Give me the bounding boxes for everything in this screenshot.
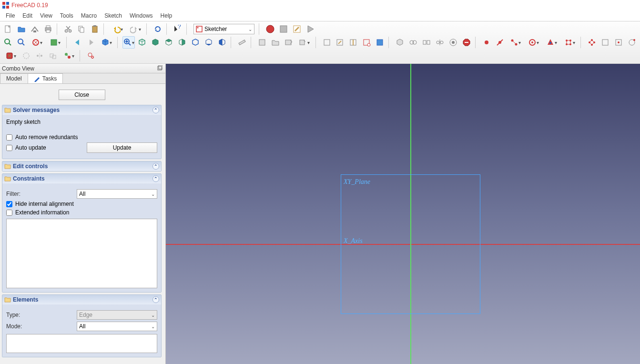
refresh-button[interactable] xyxy=(152,23,164,35)
sketch-merge-button[interactable] xyxy=(420,36,433,49)
auto-update-checkbox[interactable] xyxy=(6,145,12,151)
hide-internal-checkbox[interactable] xyxy=(6,201,12,207)
sketch-edit-button[interactable] xyxy=(334,36,346,49)
menu-windows[interactable]: Windows xyxy=(126,11,157,20)
macro-edit-button[interactable] xyxy=(291,23,303,35)
sketcher-icon xyxy=(196,26,203,32)
link-make-button[interactable] xyxy=(283,36,295,49)
menu-tools[interactable]: Tools xyxy=(56,11,77,20)
mode-select[interactable]: All ⌄ xyxy=(77,322,157,331)
close-button[interactable]: Close xyxy=(59,90,105,100)
zoom-in-button[interactable]: ▾ xyxy=(122,36,135,49)
save-button[interactable] xyxy=(29,23,41,35)
type-select[interactable]: Edge ⌄ xyxy=(77,310,157,320)
redo-button[interactable]: ▾ xyxy=(127,23,144,35)
fit-all-button[interactable] xyxy=(2,36,14,49)
macro-record-button[interactable] xyxy=(264,23,276,35)
bounding-box-button[interactable]: ▾ xyxy=(47,36,64,49)
workbench-label: Sketcher xyxy=(204,26,227,32)
geom-delete-constraints-button[interactable] xyxy=(85,50,97,62)
macro-stop-button[interactable] xyxy=(277,23,290,35)
isometric-button[interactable]: ▾ xyxy=(98,36,115,49)
sketch-stop-button[interactable] xyxy=(447,36,459,49)
elements-header[interactable]: Elements ⌃ xyxy=(2,295,161,304)
view-iso-button[interactable] xyxy=(136,36,148,49)
sketch-mirror-button[interactable] xyxy=(434,36,446,49)
view-right-button[interactable] xyxy=(176,36,188,49)
draw-style-button[interactable]: ▾ xyxy=(29,36,46,49)
cut-button[interactable] xyxy=(62,23,74,35)
undo-button[interactable]: ▾ xyxy=(109,23,126,35)
workbench-selector[interactable]: Sketcher ⌄ xyxy=(193,24,254,34)
edit-controls-header[interactable]: Edit controls ⌃ xyxy=(2,162,161,171)
geom-circle-button[interactable] xyxy=(20,50,32,62)
sketch-map-button[interactable] xyxy=(374,36,386,49)
copy-button[interactable] xyxy=(75,23,88,35)
collapse-icon[interactable]: ⌃ xyxy=(152,107,159,113)
measure-button[interactable] xyxy=(236,36,248,49)
nav-back-button[interactable] xyxy=(71,36,84,49)
macro-run-button[interactable] xyxy=(304,23,316,35)
part-create-button[interactable] xyxy=(256,36,268,49)
geom-profiles-button[interactable]: ▾ xyxy=(2,50,19,62)
paste-button[interactable] xyxy=(89,23,101,35)
stop-operation-button[interactable] xyxy=(460,36,473,49)
geom-clone-button[interactable] xyxy=(47,50,59,62)
solver-header[interactable]: Solver messages ⌃ xyxy=(2,105,161,115)
constraint-parallel-button[interactable]: ▾ xyxy=(543,36,560,49)
group-button[interactable] xyxy=(269,36,282,49)
constraint-perpendicular-button[interactable]: ▾ xyxy=(561,36,578,49)
constraint-vertical-button[interactable]: ▾ xyxy=(507,36,524,49)
tab-model[interactable]: Model xyxy=(0,73,28,83)
constraints-list[interactable] xyxy=(6,219,157,288)
viewport-3d[interactable]: XY_Plane X_Axis xyxy=(166,64,640,364)
constraint-point-on-button[interactable] xyxy=(494,36,506,49)
constraint-horizontal-button[interactable]: ▾ xyxy=(525,36,542,49)
geom-copy-button[interactable]: ▾ xyxy=(60,50,77,62)
chevron-down-icon: ▾ xyxy=(537,40,539,45)
constraints-header[interactable]: Constraints ⌃ xyxy=(2,174,161,183)
constraint-block-button[interactable] xyxy=(626,36,638,49)
view-bottom-button[interactable] xyxy=(203,36,215,49)
elements-list[interactable] xyxy=(6,334,157,353)
view-left-button[interactable] xyxy=(216,36,228,49)
constraint-symmetric-button[interactable] xyxy=(612,36,625,49)
collapse-icon[interactable]: ⌃ xyxy=(152,296,159,303)
sketch-leave-button[interactable] xyxy=(347,36,359,49)
constraint-coincident-button[interactable] xyxy=(480,36,493,49)
sketch-new-button[interactable] xyxy=(321,36,333,49)
sketch-reorient-button[interactable] xyxy=(394,36,406,49)
nav-forward-button[interactable] xyxy=(85,36,97,49)
menu-file[interactable]: File xyxy=(2,11,19,20)
constraint-equal-button[interactable] xyxy=(599,36,611,49)
sketch-view-button[interactable] xyxy=(360,36,373,49)
filter-select[interactable]: All ⌄ xyxy=(77,189,157,199)
constraint-tangent-button[interactable] xyxy=(586,36,598,49)
link-actions-button[interactable]: ▾ xyxy=(296,36,313,49)
collapse-icon[interactable]: ⌃ xyxy=(152,175,159,182)
toolbar-separator xyxy=(315,37,318,48)
open-file-button[interactable] xyxy=(15,23,28,35)
sketch-validate-button[interactable] xyxy=(407,36,419,49)
auto-remove-checkbox[interactable] xyxy=(6,134,12,141)
menu-edit[interactable]: Edit xyxy=(19,11,36,20)
view-rear-button[interactable] xyxy=(189,36,202,49)
view-top-button[interactable] xyxy=(163,36,175,49)
app-icon xyxy=(2,1,10,9)
print-button[interactable] xyxy=(42,23,54,35)
geom-symmetry-button[interactable] xyxy=(33,50,46,62)
fit-selection-button[interactable] xyxy=(15,36,28,49)
menu-help[interactable]: Help xyxy=(157,11,176,20)
collapse-icon[interactable]: ⌃ xyxy=(152,163,159,170)
whatsthis-button[interactable]: ? xyxy=(172,23,184,35)
menu-macro[interactable]: Macro xyxy=(77,11,101,20)
new-file-button[interactable] xyxy=(2,23,14,35)
float-panel-icon[interactable] xyxy=(157,65,163,72)
view-front-button[interactable] xyxy=(149,36,162,49)
tab-tasks[interactable]: Tasks xyxy=(28,73,63,83)
menu-view[interactable]: View xyxy=(36,11,56,20)
menu-sketch[interactable]: Sketch xyxy=(101,11,126,20)
svg-rect-8 xyxy=(46,26,50,28)
extended-info-checkbox[interactable] xyxy=(6,210,12,216)
update-button[interactable]: Update xyxy=(87,142,157,153)
